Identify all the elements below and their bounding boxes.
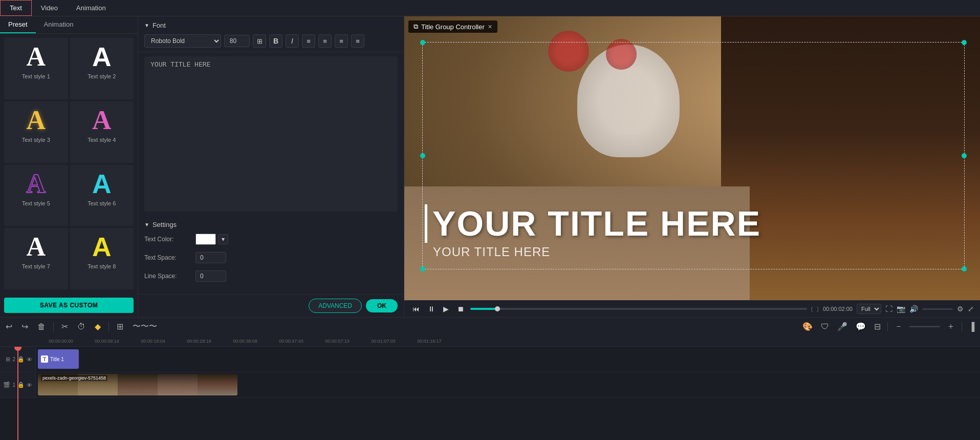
color-grading-icon[interactable]: 🎨 (801, 320, 814, 333)
title-group-label: Title Group Controller (421, 23, 485, 31)
cut-icon[interactable]: ✂ (60, 320, 70, 333)
quality-select[interactable]: Full 1/2 1/4 (857, 304, 881, 314)
timer-icon[interactable]: ⏱ (76, 321, 87, 333)
keyframe-icon[interactable]: ◆ (93, 320, 102, 333)
title-group-badge[interactable]: ⧉ Title Group Controller ✕ (408, 20, 497, 33)
video-preview: ⧉ Title Group Controller ✕ YOUR TITLE HE… (404, 16, 980, 300)
style-label-6: Text style 6 (88, 200, 116, 206)
style-item-7[interactable]: A Text style 7 (4, 228, 68, 289)
subtab-animation[interactable]: Animation (36, 16, 82, 33)
audio-wave-icon[interactable]: 〜〜〜 (131, 320, 159, 333)
save-as-custom-button[interactable]: SAVE AS CUSTOM (4, 298, 134, 313)
style-preview-5: A (26, 171, 46, 197)
italic-btn[interactable]: I (286, 34, 299, 48)
style-item-5[interactable]: A Text style 5 (4, 165, 68, 226)
title-text-input[interactable]: YOUR TITLE HERE (150, 60, 391, 207)
track-row-2: ⊞ 2 🔒 👁 T Title 1 (0, 347, 980, 372)
layout-icon[interactable]: ⊟ (873, 320, 882, 333)
justify-btn[interactable]: ≡ (351, 34, 364, 48)
ok-button[interactable]: OK (366, 299, 398, 312)
track-content-1: pexels-zadn-georgiev-5751458 (36, 372, 980, 397)
ruler-mark-5: 00:00:47:43 (268, 339, 314, 344)
style-item-2[interactable]: A Text style 2 (70, 38, 134, 99)
zoom-in-icon[interactable]: ＋ (945, 320, 956, 333)
tab-animation[interactable]: Animation (67, 0, 115, 16)
play-button[interactable]: ▶ (441, 304, 451, 314)
align-right-btn[interactable]: ≡ (335, 34, 348, 48)
title-clip[interactable]: T Title 1 (38, 349, 79, 369)
style-item-1[interactable]: A Text style 1 (4, 38, 68, 99)
right-controls: Full 1/2 1/4 ⛶ 📷 🔊 ⚙ ⤢ (857, 304, 974, 314)
title-overlay: YOUR TITLE HERE YOUR TITLE HERE (425, 204, 960, 259)
title-clip-label: Title 1 (50, 357, 64, 362)
text-color-picker[interactable] (195, 234, 216, 245)
font-family-select[interactable]: Roboto Bold (144, 34, 221, 48)
ruler-marks: 00:00:00:00 00:00:09:14 00:00:19:04 00:0… (2, 339, 978, 344)
zoom-out-icon[interactable]: － (893, 320, 904, 333)
video-background: ⧉ Title Group Controller ✕ YOUR TITLE HE… (404, 16, 980, 300)
track1-eye-icon[interactable]: 👁 (27, 382, 32, 388)
advanced-button[interactable]: ADVANCED (309, 299, 362, 313)
timeline-toolbar: ↩ ↪ 🗑 ✂ ⏱ ◆ ⊞ 〜〜〜 🎨 🛡 🎤 💬 ⊟ － ＋ ▐ (0, 317, 980, 336)
ruler-mark-0: 00:00:00:00 (38, 339, 84, 344)
track1-lock-icon[interactable]: 🔒 (17, 382, 25, 388)
video-clip-label: pexels-zadn-georgiev-5751458 (41, 375, 107, 381)
mask-icon[interactable]: 🛡 (819, 321, 831, 333)
speaker-icon[interactable]: 🔊 (909, 305, 918, 313)
style-label-1: Text style 1 (22, 73, 50, 79)
settings-section-header: ▼ Settings (144, 221, 398, 228)
tab-text[interactable]: Text (0, 0, 32, 16)
text-space-input[interactable] (195, 252, 226, 263)
screenshot-icon[interactable]: 📷 (897, 305, 905, 313)
track-header-1: 🎬 1 🔒 👁 (0, 372, 36, 397)
redo-icon[interactable]: ↪ (20, 320, 30, 333)
subtab-preset[interactable]: Preset (0, 16, 36, 33)
style-label-4: Text style 4 (88, 137, 116, 143)
track-row-1: 🎬 1 🔒 👁 pexels-zadn-georgiev-5751458 (0, 372, 980, 398)
style-item-6[interactable]: A Text style 6 (70, 165, 134, 226)
undo-icon[interactable]: ↩ (4, 320, 14, 333)
title-group-close-icon[interactable]: ✕ (488, 24, 492, 30)
panel-toggle-icon[interactable]: ▐ (967, 321, 976, 333)
player-controls: ⏮ ⏸ ▶ ⏹ { } 00:00:02:00 Full 1/2 1/4 ⛶ 📷… (404, 300, 980, 317)
line-space-input[interactable] (195, 270, 226, 282)
properties-icon[interactable]: ⊞ (115, 320, 125, 333)
font-size-input[interactable] (224, 35, 250, 47)
settings-icon[interactable]: ⚙ (957, 305, 964, 313)
style-item-8[interactable]: A Text style 8 (70, 228, 134, 289)
subtitle-icon[interactable]: 💬 (854, 320, 867, 333)
fullscreen-icon[interactable]: ⛶ (885, 305, 892, 313)
align-left-btn[interactable]: ≡ (302, 34, 315, 48)
text-space-label: Text Space: (144, 254, 195, 261)
expand-icon[interactable]: ⤢ (968, 305, 974, 313)
text-color-label: Text Color: (144, 236, 195, 243)
style-item-3[interactable]: A Text style 3 (4, 101, 68, 163)
delete-icon[interactable]: 🗑 (36, 321, 47, 333)
microphone-icon[interactable]: 🎤 (836, 320, 849, 333)
column-icon-btn[interactable]: ⊞ (253, 34, 266, 48)
style-preview-3: A (26, 107, 46, 134)
rewind-button[interactable]: ⏮ (410, 304, 422, 314)
volume-slider[interactable] (922, 308, 953, 310)
settings-section: ▼ Settings Text Color: ▾ Text Space: Lin… (138, 216, 404, 294)
zoom-slider[interactable] (909, 326, 940, 327)
style-item-4[interactable]: A Text style 4 (70, 101, 134, 163)
track-lock-icon[interactable]: 🔒 (17, 356, 25, 363)
tab-video[interactable]: Video (32, 0, 67, 16)
font-section-header: ▼ Font (144, 22, 398, 29)
progress-thumb[interactable] (495, 306, 500, 311)
align-center-btn[interactable]: ≡ (318, 34, 332, 48)
progress-bar[interactable] (470, 308, 807, 310)
handle-topleft[interactable] (420, 40, 425, 45)
track-eye-icon[interactable]: 👁 (27, 357, 32, 363)
handle-middleleft[interactable] (420, 153, 425, 158)
video-clip[interactable]: pexels-zadn-georgiev-5751458 (38, 374, 237, 395)
top-tab-bar: Text Video Animation (0, 0, 980, 16)
bold-btn[interactable]: B (269, 34, 282, 48)
color-dropdown-btn[interactable]: ▾ (218, 234, 228, 244)
prev-frame-button[interactable]: ⏸ (426, 304, 437, 314)
style-label-2: Text style 2 (88, 73, 116, 79)
timeline-tracks: ⊞ 2 🔒 👁 T Title 1 🎬 1 🔒 👁 (0, 347, 980, 440)
ruler-mark-1: 00:00:09:14 (84, 339, 130, 344)
stop-button[interactable]: ⏹ (455, 304, 466, 314)
